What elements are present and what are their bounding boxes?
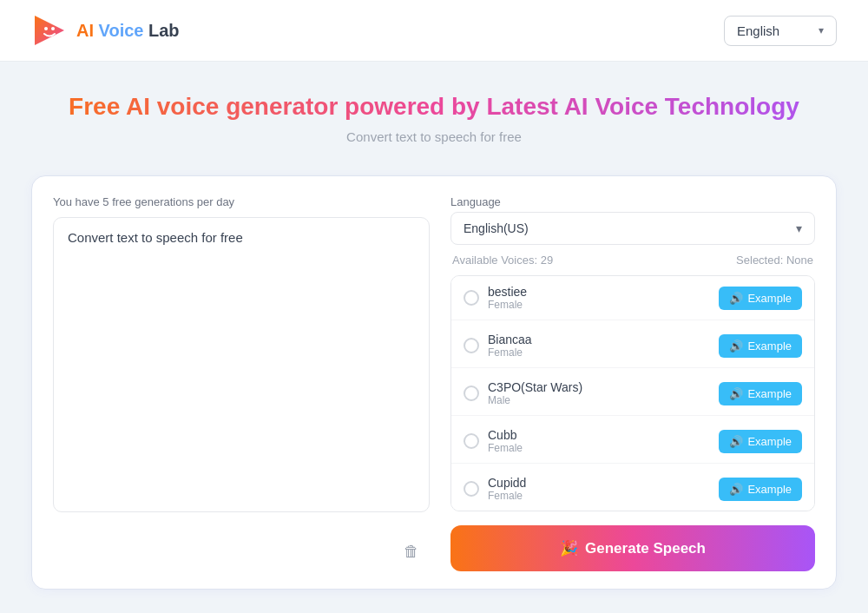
example-button-4[interactable]: 🔊 Example bbox=[719, 478, 802, 501]
voice-radio-2[interactable] bbox=[464, 386, 479, 401]
language-dropdown[interactable]: English(US) ▾ bbox=[450, 212, 815, 245]
voice-item: C3PO(Star Wars) Male 🔊 Example bbox=[451, 372, 814, 416]
voice-name-1: Biancaa bbox=[488, 333, 710, 346]
voice-gender-4: Female bbox=[488, 490, 710, 502]
voice-name-4: Cupidd bbox=[488, 476, 710, 490]
voice-radio-0[interactable] bbox=[464, 290, 479, 306]
voice-item: Biancaa Female 🔊 Example bbox=[451, 324, 814, 368]
hero-section: Free AI voice generator powered by Lates… bbox=[0, 62, 868, 161]
voice-item: bestiee Female 🔊 Example bbox=[451, 276, 814, 320]
voice-info-4: Cupidd Female bbox=[488, 476, 710, 502]
logo-icon bbox=[31, 12, 68, 49]
voice-info-1: Biancaa Female bbox=[488, 333, 710, 359]
speaker-icon-0: 🔊 bbox=[729, 292, 743, 305]
language-section-label: Language bbox=[450, 195, 815, 208]
voice-name-2: C3PO(Star Wars) bbox=[488, 380, 710, 394]
header-language-chevron-icon: ▾ bbox=[819, 24, 824, 36]
voice-info-2: C3PO(Star Wars) Male bbox=[488, 380, 710, 406]
voice-radio-3[interactable] bbox=[464, 433, 479, 449]
example-button-3[interactable]: 🔊 Example bbox=[719, 430, 802, 453]
voices-header: Available Voices: 29 Selected: None bbox=[452, 254, 813, 267]
example-button-2[interactable]: 🔊 Example bbox=[719, 382, 802, 405]
voices-selected-label: Selected: None bbox=[736, 254, 813, 267]
logo-text: AI Voice Lab bbox=[76, 21, 180, 41]
voice-name-3: Cubb bbox=[488, 428, 710, 442]
left-panel: You have 5 free generations per day 🗑 bbox=[53, 195, 430, 571]
voice-radio-4[interactable] bbox=[464, 481, 479, 497]
speaker-icon-4: 🔊 bbox=[729, 483, 743, 496]
card-layout: You have 5 free generations per day 🗑 La… bbox=[53, 195, 815, 571]
text-input[interactable] bbox=[53, 217, 430, 512]
voice-gender-3: Female bbox=[488, 442, 710, 454]
voice-item: Cubb Female 🔊 Example bbox=[451, 419, 814, 464]
text-area-wrapper: 🗑 bbox=[53, 217, 430, 571]
hero-title: Free AI voice generator powered by Lates… bbox=[17, 93, 851, 121]
voice-list: bestiee Female 🔊 Example Biancaa Female … bbox=[450, 275, 815, 511]
generate-btn-label: Generate Speech bbox=[585, 540, 706, 557]
voice-name-0: bestiee bbox=[488, 285, 710, 299]
voice-gender-0: Female bbox=[488, 299, 710, 311]
voice-item: Cupidd Female 🔊 Example bbox=[451, 467, 814, 511]
main-card: You have 5 free generations per day 🗑 La… bbox=[31, 175, 837, 590]
voice-info-0: bestiee Female bbox=[488, 285, 710, 311]
speaker-icon-2: 🔊 bbox=[729, 387, 743, 400]
voices-available-count: Available Voices: 29 bbox=[452, 254, 553, 267]
speaker-icon-1: 🔊 bbox=[729, 339, 743, 353]
generate-speech-button[interactable]: 🎉 Generate Speech bbox=[450, 525, 815, 571]
logo-area: AI Voice Lab bbox=[31, 12, 180, 49]
delete-icon[interactable]: 🗑 bbox=[404, 543, 419, 561]
right-panel: Language English(US) ▾ Available Voices:… bbox=[450, 195, 815, 571]
header: AI Voice Lab English ▾ bbox=[0, 0, 868, 62]
example-button-0[interactable]: 🔊 Example bbox=[719, 287, 802, 310]
free-gen-label: You have 5 free generations per day bbox=[53, 195, 430, 208]
voice-gender-1: Female bbox=[488, 346, 710, 359]
svg-point-2 bbox=[51, 27, 55, 30]
svg-marker-0 bbox=[35, 16, 64, 45]
header-language-selector[interactable]: English ▾ bbox=[724, 16, 837, 46]
language-dropdown-value: English(US) bbox=[464, 221, 529, 235]
example-button-1[interactable]: 🔊 Example bbox=[719, 334, 802, 358]
voice-info-3: Cubb Female bbox=[488, 428, 710, 454]
header-language-value: English bbox=[737, 23, 779, 38]
voice-gender-2: Male bbox=[488, 394, 710, 406]
generate-btn-icon: 🎉 bbox=[560, 539, 578, 557]
language-dropdown-chevron-icon: ▾ bbox=[796, 221, 802, 235]
hero-subtitle: Convert text to speech for free bbox=[17, 129, 851, 144]
speaker-icon-3: 🔊 bbox=[729, 435, 743, 448]
voice-radio-1[interactable] bbox=[464, 338, 479, 353]
svg-point-1 bbox=[44, 27, 48, 30]
